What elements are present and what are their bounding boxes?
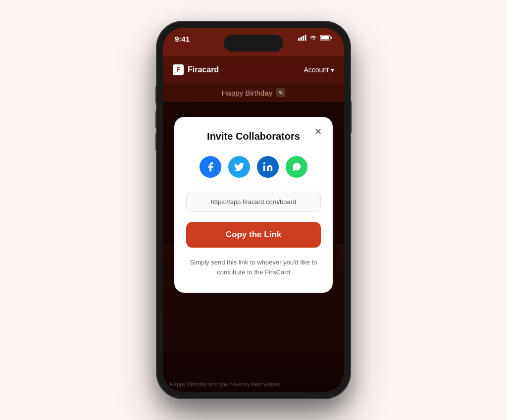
status-time: 9:41 [175, 35, 190, 43]
linkedin-icon [262, 161, 273, 172]
card-title-bar: Happy Birthday ✎ [163, 83, 344, 102]
logo-icon: F [173, 64, 184, 75]
copy-link-button[interactable]: Copy the Link [186, 222, 321, 248]
linkedin-button[interactable] [257, 156, 279, 178]
twitter-icon [234, 161, 245, 172]
close-icon: ✕ [314, 126, 322, 137]
phone-frame: 9:41 [157, 22, 350, 398]
card-title: Happy Birthday [222, 89, 273, 97]
brand-name: Firacard [188, 65, 219, 74]
app-header: F Firacard Account ▾ [163, 56, 344, 83]
app-logo: F Firacard [173, 64, 219, 75]
social-icons-row [186, 156, 321, 178]
dynamic-island [224, 35, 283, 52]
modal-description: Simply send this link to whoever you'd l… [186, 258, 321, 277]
modal-card: ✕ Invite Collaborators [174, 117, 333, 293]
whatsapp-button[interactable] [286, 156, 307, 178]
phone-screen: 9:41 [163, 28, 344, 392]
modal-title: Invite Collaborators [186, 131, 321, 142]
modal-overlay: ✕ Invite Collaborators [163, 102, 344, 392]
twitter-button[interactable] [228, 156, 250, 178]
wifi-icon [309, 35, 317, 41]
facebook-icon [205, 161, 216, 172]
status-icons [298, 35, 332, 41]
account-button[interactable]: Account ▾ [304, 66, 334, 74]
svg-rect-2 [303, 36, 304, 41]
signal-icon [298, 35, 306, 41]
svg-rect-1 [301, 37, 302, 41]
svg-rect-5 [331, 37, 332, 39]
edit-icon[interactable]: ✎ [276, 88, 285, 97]
chevron-down-icon: ▾ [331, 66, 334, 74]
phone-wrapper: 9:41 [157, 22, 350, 398]
svg-point-7 [263, 162, 265, 164]
url-input-wrapper[interactable]: https://app.firacard.com/board [186, 192, 321, 212]
url-text: https://app.firacard.com/board [195, 198, 312, 206]
account-label: Account [304, 66, 329, 74]
whatsapp-icon [291, 161, 302, 172]
facebook-button[interactable] [200, 156, 221, 178]
svg-rect-6 [321, 36, 329, 40]
svg-rect-0 [298, 38, 300, 41]
close-button[interactable]: ✕ [311, 125, 325, 139]
svg-rect-3 [305, 35, 306, 41]
battery-icon [320, 35, 332, 41]
